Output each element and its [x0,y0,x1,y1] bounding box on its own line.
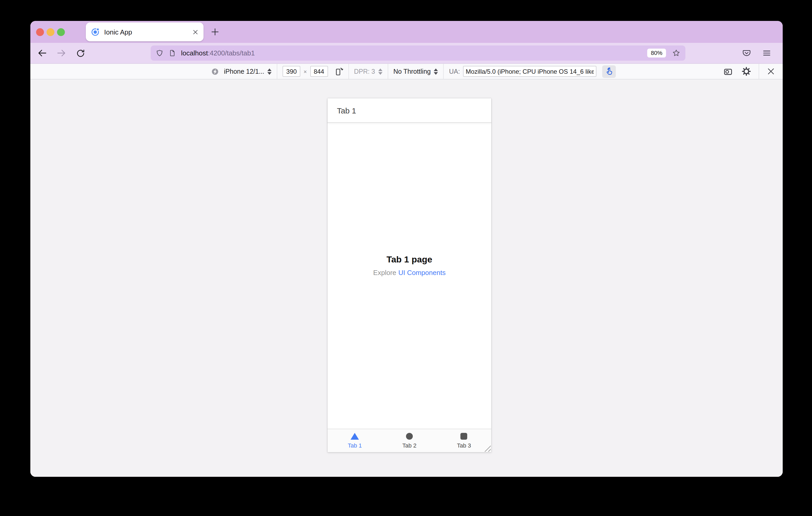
triangle-icon [351,433,359,440]
minimize-window-button[interactable] [47,28,54,36]
dpr-label: DPR: 3 [354,68,375,75]
separator [277,64,277,79]
pocket-icon[interactable] [742,48,751,58]
url-host: localhost [181,49,208,57]
tab-button-tab1[interactable]: Tab 1 [327,429,382,452]
device-lightning-icon [211,67,219,75]
app-content: Tab 1 page ExploreUI Components [327,123,491,429]
hamburger-menu-icon[interactable] [762,49,771,58]
dims-separator: × [303,68,307,74]
separator [388,64,388,79]
device-viewport: Tab 1 Tab 1 page ExploreUI Components Ta… [327,98,491,452]
app-header-title: Tab 1 [337,106,356,115]
browser-tab-title: Ionic App [104,28,192,36]
camera-icon[interactable] [723,66,733,76]
rdm-toolbar: iPhone 12/1... × DPR: 3 [30,64,783,80]
separator [443,64,444,79]
viewport-width-input[interactable] [283,66,300,77]
tab-label: Tab 3 [457,442,471,449]
touch-simulation-toggle[interactable] [602,65,616,78]
gear-icon[interactable] [742,66,751,76]
viewport-height-input[interactable] [310,66,328,77]
page-intro: Tab 1 page ExploreUI Components [327,254,491,277]
square-icon [461,433,467,440]
rotate-viewport-icon[interactable] [334,67,343,76]
url-text: localhost:4200/tabs/tab1 [181,49,647,57]
ui-components-link[interactable]: UI Components [399,269,446,277]
ua-input[interactable] [463,66,597,77]
tab-label: Tab 1 [348,442,362,449]
dpr-selector[interactable]: DPR: 3 [354,68,382,75]
page-icon[interactable] [169,49,176,57]
tab-close-icon[interactable] [192,29,199,35]
tab-button-tab2[interactable]: Tab 2 [382,429,437,452]
ua-label: UA: [449,68,460,75]
stepper-icon [267,68,271,74]
screen: Ionic App [0,0,812,516]
new-tab-button[interactable] [210,27,220,37]
url-path: :4200/tabs/tab1 [208,49,255,57]
url-bar[interactable]: localhost:4200/tabs/tab1 80% [151,45,686,61]
zoom-level-badge[interactable]: 80% [647,49,666,58]
ionic-logo-icon [90,27,100,37]
device-selector-label: iPhone 12/1... [224,68,264,75]
titlebar: Ionic App [30,21,783,43]
maximize-window-button[interactable] [57,28,65,36]
separator [759,64,759,79]
rdm-viewport-area: Tab 1 Tab 1 page ExploreUI Components Ta… [30,80,783,477]
tab-label: Tab 2 [402,442,416,449]
stepper-icon [378,68,382,74]
tab-button-tab3[interactable]: Tab 3 [437,429,491,452]
page-title: Tab 1 page [327,254,491,265]
browser-tab-ionic-app[interactable]: Ionic App [86,23,204,41]
nav-toolbar: localhost:4200/tabs/tab1 80% [30,43,783,64]
stepper-icon [434,68,438,74]
throttling-label: No Throttling [394,68,431,75]
page-subtitle: ExploreUI Components [327,269,491,277]
app-header: Tab 1 [327,98,491,123]
bookmark-star-icon[interactable] [672,49,681,58]
browser-window: Ionic App [30,21,783,477]
separator [348,64,349,79]
rdm-controls: iPhone 12/1... × DPR: 3 [211,64,616,79]
app-tab-bar: Tab 1 Tab 2 Tab 3 [327,429,491,452]
forward-button[interactable] [57,48,66,58]
circle-icon [406,433,413,440]
rdm-close-icon[interactable] [766,67,775,76]
rdm-right-controls [719,64,783,79]
subtitle-text: Explore [373,269,396,277]
reload-button[interactable] [76,48,85,58]
device-selector[interactable]: iPhone 12/1... [224,68,271,75]
close-window-button[interactable] [36,28,44,36]
throttling-selector[interactable]: No Throttling [394,68,438,75]
shield-icon[interactable] [155,49,164,57]
back-button[interactable] [37,48,47,58]
